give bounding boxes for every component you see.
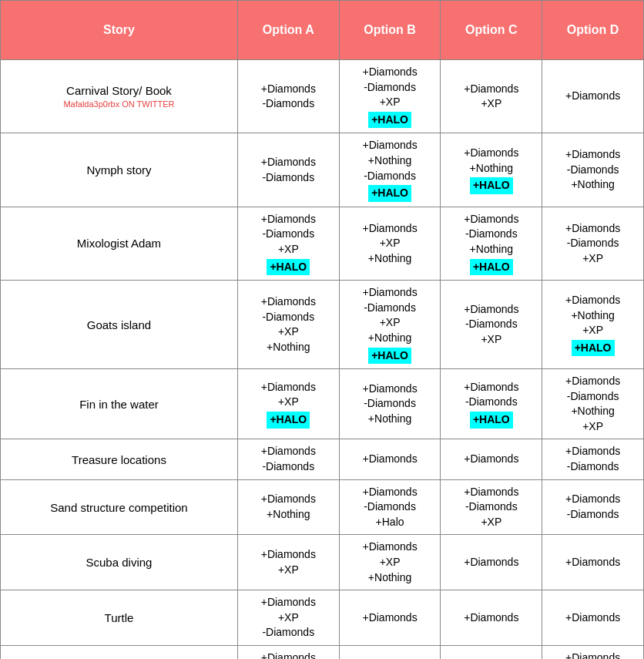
table-row: Lemonade+Diamonds-Diamonds+Diamonds+Diam… [1,646,644,660]
table-cell: +Diamonds [542,60,644,133]
table-cell: +Diamonds+XP+Nothing [339,207,441,280]
table-cell: +Diamonds-Diamonds+Nothing [339,369,441,439]
table-cell: +Diamonds-Diamonds+XP [441,281,542,369]
table-cell: +Diamonds [339,590,441,646]
table-cell: +Diamonds+Nothing [237,479,339,535]
table-cell: +Diamonds+Nothing+XP+HALO [542,281,644,369]
table-row: Treasure locations+Diamonds-Diamonds+Dia… [1,439,644,479]
header-optionA: Option A [237,1,339,60]
table-cell: +Diamonds-Diamonds+Nothing [542,133,644,207]
story-cell: Goats island [1,281,238,369]
table-cell: +Diamonds [339,646,441,660]
story-cell: Lemonade [1,646,238,660]
header-story: Story [1,1,238,60]
story-cell: Fin in the water [1,369,238,439]
story-cell: Scuba diving [1,535,238,590]
story-cell: Turtle [1,590,238,646]
halo-badge: +HALO [572,340,615,357]
table-cell: +Diamonds+XP-Diamonds [237,590,339,646]
twitter-credit: Mafalda3p0rbx ON TWITTER [4,99,234,110]
table-cell: +Diamonds-Diamonds [542,479,644,535]
story-cell: Sand structure competition [1,479,238,535]
table-cell: +Diamonds-Diamonds+XP [542,207,644,280]
rewards-table: Story Option A Option B Option C Option … [0,0,644,659]
table-cell: +Diamonds-Diamonds [237,60,339,133]
header-optionD: Option D [542,1,644,60]
table-cell: +Diamonds [441,646,542,660]
table-row: Sand structure competition+Diamonds+Noth… [1,479,644,535]
table-cell: +Diamonds+XP [237,535,339,590]
table-cell: +Diamonds+XP [441,60,542,133]
table-row: Goats island+Diamonds-Diamonds+XP+Nothin… [1,281,644,369]
table-cell: +Diamonds+XP+HALO [237,369,339,439]
story-cell: Carnival Story/ BookMafalda3p0rbx ON TWI… [1,60,238,133]
table-cell: +Diamonds-Diamonds+Nothing+HALO [441,207,542,280]
halo-badge: +HALO [368,348,411,365]
table-cell: +Diamonds [339,439,441,479]
halo-badge: +HALO [368,185,411,202]
table-cell: +Diamonds-Diamonds+XP+HALO [339,60,441,133]
halo-badge: +HALO [470,412,513,429]
table-cell: +Diamonds-Diamonds+XP+Nothing [237,281,339,369]
table-cell: +Diamonds+Nothing-Diamonds+HALO [339,133,441,207]
table-cell: +Diamonds-Diamonds+Nothing+XP [542,369,644,439]
header-optionC: Option C [441,1,542,60]
table-row: Carnival Story/ BookMafalda3p0rbx ON TWI… [1,60,644,133]
table-row: Nymph story+Diamonds-Diamonds+Diamonds+N… [1,133,644,207]
table-cell: +Diamonds [542,535,644,590]
table-cell: +Diamonds+Nothing+HALO [441,133,542,207]
table-row: Scuba diving+Diamonds+XP+Diamonds+XP+Not… [1,535,644,590]
table-cell: +Diamonds-Diamonds+XP+Nothing+HALO [339,281,441,369]
table-row: Fin in the water+Diamonds+XP+HALO+Diamon… [1,369,644,439]
table-row: Mixologist Adam+Diamonds-Diamonds+XP+HAL… [1,207,644,280]
halo-badge: +HALO [267,412,310,429]
story-cell: Treasure locations [1,439,238,479]
table-cell: +Diamonds+XP+Nothing [339,535,441,590]
story-cell: Nymph story [1,133,238,207]
table-cell: +Diamonds+Nothing [542,646,644,660]
table-cell: +Diamonds [441,439,542,479]
table-cell: +Diamonds-Diamonds+XP+HALO [237,207,339,280]
story-cell: Mixologist Adam [1,207,238,280]
table-cell: +Diamonds-Diamonds [237,133,339,207]
table-cell: +Diamonds-Diamonds [237,646,339,660]
table-cell: +Diamonds-Diamonds [542,439,644,479]
halo-badge: +HALO [267,259,310,276]
table-cell: +Diamonds-Diamonds+XP [441,479,542,535]
table-cell: +Diamonds-Diamonds [237,439,339,479]
table-cell: +Diamonds [441,535,542,590]
halo-badge: +HALO [368,112,411,129]
halo-badge: +HALO [470,259,513,276]
table-cell: +Diamonds [542,590,644,646]
table-cell: +Diamonds-Diamonds+Halo [339,479,441,535]
halo-badge: +HALO [470,177,513,194]
table-row: Turtle+Diamonds+XP-Diamonds+Diamonds+Dia… [1,590,644,646]
table-cell: +Diamonds-Diamonds+HALO [441,369,542,439]
table-cell: +Diamonds [441,590,542,646]
header-optionB: Option B [339,1,441,60]
